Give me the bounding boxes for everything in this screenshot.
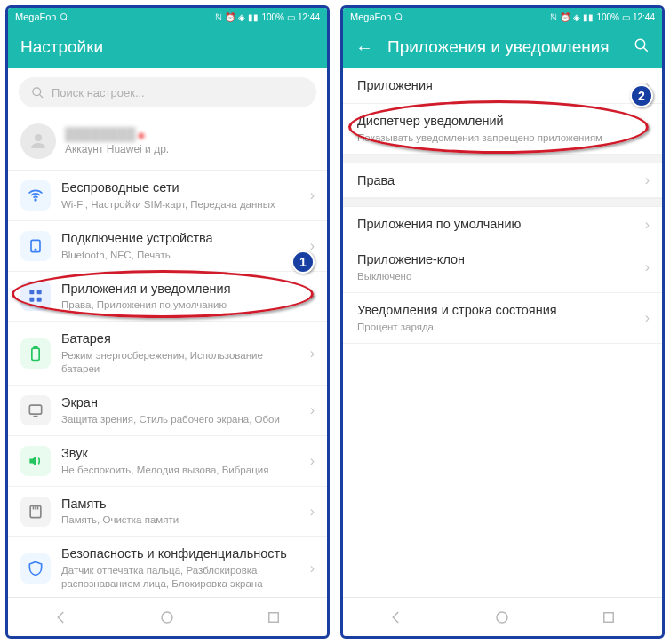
item-notif-statusbar[interactable]: Уведомления и строка состоянияПроцент за… [343, 293, 662, 344]
nav-bar [8, 597, 327, 636]
item-battery[interactable]: БатареяРежим энергосбережения, Использов… [8, 322, 327, 386]
svg-point-20 [162, 612, 172, 623]
chevron-right-icon: › [645, 172, 650, 188]
svg-point-7 [35, 249, 36, 250]
chevron-right-icon: › [645, 121, 650, 137]
svg-rect-14 [29, 405, 41, 414]
avatar [20, 123, 56, 159]
chevron-right-icon: › [645, 259, 650, 275]
account-sub: Аккаунт Huawei и др. [65, 143, 169, 155]
page-title: Настройки [20, 37, 315, 57]
search-placeholder: Поиск настроек... [52, 86, 145, 99]
chevron-right-icon: › [310, 238, 315, 254]
nav-home[interactable] [157, 608, 177, 627]
item-notification-manager[interactable]: Диспетчер уведомленийПоказывать уведомле… [343, 104, 662, 155]
step-badge-2: 2 [630, 84, 653, 107]
svg-line-3 [39, 94, 43, 98]
svg-point-2 [33, 87, 41, 95]
chevron-right-icon: › [310, 187, 315, 203]
display-icon [20, 395, 51, 425]
svg-rect-21 [269, 612, 279, 622]
section-divider [343, 198, 662, 207]
svg-rect-11 [37, 298, 42, 302]
nav-back[interactable] [387, 608, 406, 627]
battery-icon: ▭ [287, 12, 295, 22]
signal-icon: ▮▮ [583, 12, 594, 22]
item-default-apps[interactable]: Приложения по умолчанию › [343, 207, 662, 242]
item-security[interactable]: Безопасность и конфиденциальностьДатчик … [8, 537, 327, 597]
item-apps[interactable]: Приложения › [343, 68, 662, 104]
app-bar: Настройки [8, 26, 327, 68]
status-bar: MegaFon ℕ ⏰ ◈ ▮▮ 100% ▭ 12:44 [343, 8, 662, 26]
item-sound[interactable]: ЗвукНе беспокоить, Мелодия вызова, Вибра… [8, 436, 327, 487]
page-title: Приложения и уведомления [387, 37, 619, 57]
apps-notif-list: Приложения › Диспетчер уведомленийПоказы… [343, 68, 662, 597]
nav-recent[interactable] [264, 608, 283, 627]
status-bar: MegaFon ℕ ⏰ ◈ ▮▮ 100% ▭ 12:44 [8, 8, 327, 26]
search-button[interactable] [634, 37, 650, 58]
clock: 12:44 [298, 12, 320, 22]
clock: 12:44 [633, 12, 655, 22]
item-display[interactable]: ЭкранЗащита зрения, Стиль рабочего экран… [8, 386, 327, 436]
alarm-icon: ⏰ [225, 12, 235, 22]
battery-icon [20, 338, 51, 369]
search-icon [31, 86, 44, 99]
nav-back[interactable] [52, 608, 71, 627]
shield-icon [20, 553, 51, 584]
section-divider [343, 155, 662, 163]
item-wireless[interactable]: Беспроводные сетиWi-Fi, Настройки SIM-ка… [8, 171, 327, 221]
item-permissions[interactable]: Права › [343, 163, 662, 199]
wifi-icon: ◈ [238, 12, 245, 22]
svg-point-26 [497, 612, 507, 623]
wifi-icon: ◈ [573, 12, 580, 22]
signal-icon: ▮▮ [248, 12, 259, 22]
phone-left: MegaFon ℕ ⏰ ◈ ▮▮ 100% ▭ 12:44 Настройки … [5, 5, 330, 639]
svg-line-1 [66, 18, 68, 20]
apps-icon [20, 281, 51, 311]
search-input[interactable]: Поиск настроек... [19, 77, 316, 107]
item-app-clone[interactable]: Приложение-клонВыключено › [343, 242, 662, 293]
step-badge-1: 1 [291, 250, 315, 274]
sound-icon [20, 446, 51, 476]
nav-home[interactable] [492, 608, 512, 627]
item-device-connection[interactable]: Подключение устройстваBluetooth, NFC, Пе… [8, 221, 327, 272]
nav-recent[interactable] [599, 608, 618, 627]
svg-rect-10 [29, 298, 34, 302]
carrier-label: MegaFon [15, 12, 56, 22]
battery-pct: 100% [261, 12, 284, 22]
storage-icon [20, 497, 51, 527]
battery-pct: 100% [596, 12, 619, 22]
app-bar: ← Приложения и уведомления [343, 26, 662, 68]
carrier-label: MegaFon [350, 12, 391, 22]
battery-icon: ▭ [622, 12, 630, 22]
back-button[interactable]: ← [355, 37, 373, 58]
svg-rect-13 [34, 346, 36, 348]
chevron-right-icon: › [310, 346, 315, 362]
svg-point-4 [35, 134, 42, 141]
chevron-right-icon: › [310, 288, 315, 304]
chevron-right-icon: › [310, 453, 315, 469]
alarm-icon: ⏰ [560, 12, 570, 22]
svg-point-5 [35, 199, 36, 201]
chevron-right-icon: › [645, 217, 650, 233]
svg-point-24 [635, 39, 645, 49]
search-icon-small [395, 12, 404, 22]
svg-rect-12 [32, 348, 39, 360]
chevron-right-icon: › [310, 504, 315, 520]
svg-rect-9 [37, 290, 42, 295]
phone-right: MegaFon ℕ ⏰ ◈ ▮▮ 100% ▭ 12:44 ← Приложен… [340, 5, 665, 639]
item-apps-notifications[interactable]: Приложения и уведомленияПрава, Приложени… [8, 272, 327, 322]
svg-point-0 [61, 13, 67, 19]
svg-line-25 [643, 47, 648, 52]
svg-rect-27 [604, 612, 614, 622]
account-name-blurred: ████████ [65, 127, 169, 141]
svg-line-23 [401, 18, 403, 20]
item-storage[interactable]: ПамятьПамять, Очистка памяти › [8, 487, 327, 537]
chevron-right-icon: › [645, 310, 650, 326]
wifi-icon [20, 180, 51, 211]
chevron-right-icon: › [310, 402, 315, 418]
account-row[interactable]: ████████ Аккаунт Huawei и др. [8, 116, 327, 171]
svg-rect-8 [29, 290, 34, 295]
svg-point-22 [396, 13, 402, 19]
search-icon-small [60, 12, 69, 22]
